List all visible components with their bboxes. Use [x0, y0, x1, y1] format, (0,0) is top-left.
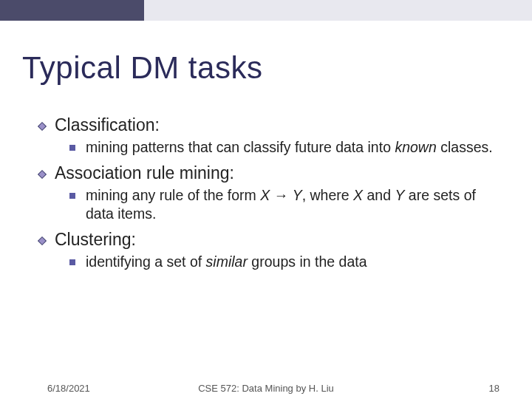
list-item-heading: Classification: [55, 115, 160, 135]
list-subitem-text: mining patterns that can classify future… [86, 138, 493, 157]
slide-title: Typical DM tasks [22, 50, 262, 86]
square-bullet-icon [69, 193, 75, 199]
list-item-heading: Clustering: [55, 230, 136, 250]
list-item: Classification: [37, 115, 502, 135]
slide-content: Classification: mining patterns that can… [37, 111, 502, 278]
square-bullet-icon [69, 145, 75, 151]
list-item: Association rule mining: [37, 163, 502, 183]
slide: Typical DM tasks Classification: mining … [0, 0, 532, 399]
footer-page-number: 18 [489, 383, 499, 394]
top-bar-dark-segment [0, 0, 144, 21]
square-bullet-icon [69, 259, 75, 265]
footer-course: CSE 572: Data Mining by H. Liu [0, 383, 532, 394]
diamond-bullet-icon [37, 121, 47, 132]
svg-rect-2 [38, 237, 47, 245]
svg-rect-0 [38, 123, 47, 131]
list-subitem-text: mining any rule of the form X → Y, where… [86, 186, 502, 224]
svg-rect-1 [38, 170, 47, 178]
top-bar [0, 0, 532, 21]
list-item-heading: Association rule mining: [55, 163, 234, 183]
arrow-icon: → [274, 187, 289, 203]
list-subitem: identifying a set of similar groups in t… [69, 253, 502, 272]
list-item: Clustering: [37, 230, 502, 250]
top-bar-light-segment [144, 0, 532, 21]
list-subitem-text: identifying a set of similar groups in t… [86, 253, 367, 272]
diamond-bullet-icon [37, 169, 47, 180]
diamond-bullet-icon [37, 236, 47, 246]
list-subitem: mining any rule of the form X → Y, where… [69, 186, 502, 224]
list-subitem: mining patterns that can classify future… [69, 138, 502, 157]
